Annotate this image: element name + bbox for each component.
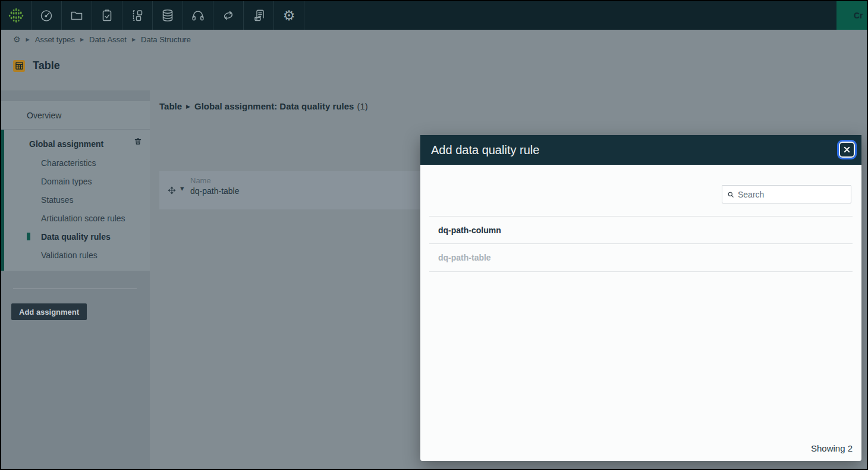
dashboard-gauge-icon[interactable] <box>32 1 62 30</box>
heading-section: Global assignment: Data quality rules <box>194 101 354 111</box>
modal-search-box <box>722 185 851 203</box>
screenshot-root: ⚙ Cr ⚙ ▶ Asset types ▶ Data Asset ▶ Data… <box>0 0 868 470</box>
support-headset-icon[interactable] <box>183 1 213 30</box>
sidebar-item-domain-types[interactable]: Domain types <box>4 172 150 190</box>
breadcrumb: ⚙ ▶ Asset types ▶ Data Asset ▶ Data Stru… <box>13 34 191 45</box>
page-title: Table <box>33 59 60 72</box>
heading-separator-icon: ▶ <box>186 104 190 109</box>
lineage-cycle-icon[interactable] <box>213 1 244 30</box>
breadcrumb-item-asset-types[interactable]: Asset types <box>35 35 75 44</box>
app-window: ⚙ Cr ⚙ ▶ Asset types ▶ Data Asset ▶ Data… <box>1 1 867 469</box>
breadcrumb-gear-icon[interactable]: ⚙ <box>13 35 21 44</box>
heading-asset-type: Table <box>159 101 182 111</box>
create-button-label: Cr <box>854 11 863 20</box>
breadcrumb-item-data-structure[interactable]: Data Structure <box>141 35 191 44</box>
page-title-row: Table <box>13 59 60 72</box>
sidebar-item-label: Articulation score rules <box>41 214 125 223</box>
top-navigation-bar: ⚙ <box>1 1 867 30</box>
sidebar-item-label: Data quality rules <box>41 232 111 242</box>
folder-browse-icon[interactable] <box>62 1 92 30</box>
sidebar-overview-label: Overview <box>27 111 61 120</box>
sidebar-item-global-assignment[interactable]: Global assignment <box>4 137 150 151</box>
create-button[interactable]: Cr <box>836 1 867 30</box>
sidebar-item-statuses[interactable]: Statuses <box>4 190 150 209</box>
search-icon <box>728 190 734 199</box>
modal-header: Add data quality rule <box>420 135 861 165</box>
breadcrumb-separator-icon: ▶ <box>26 37 30 42</box>
sidebar-item-overview[interactable]: Overview <box>1 101 150 129</box>
collibra-logo-icon[interactable] <box>1 1 32 30</box>
assets-diagram-icon[interactable] <box>122 1 153 30</box>
search-input[interactable] <box>738 190 845 199</box>
sidebar-item-label: Characteristics <box>41 158 96 168</box>
add-assignment-button[interactable]: Add assignment <box>11 303 87 320</box>
sidebar: Overview Global assignment Characteristi… <box>1 90 150 469</box>
sidebar-item-label: Validation rules <box>41 250 98 260</box>
sidebar-divider <box>13 289 137 289</box>
sidebar-item-characteristics[interactable]: Characteristics <box>4 153 150 172</box>
tasks-clipboard-icon[interactable] <box>92 1 122 30</box>
sidebar-section-title: Global assignment <box>29 139 103 149</box>
sidebar-item-label: Statuses <box>41 195 73 205</box>
sidebar-item-label: Domain types <box>41 177 92 186</box>
rule-option-label: dq-path-column <box>438 225 501 235</box>
gear-glyph: ⚙ <box>283 9 295 23</box>
settings-gear-icon[interactable]: ⚙ <box>274 1 304 30</box>
close-icon <box>844 146 850 153</box>
column-header-name: Name <box>190 176 211 185</box>
active-item-marker <box>27 233 30 240</box>
activities-scroll-icon[interactable] <box>244 1 274 30</box>
sidebar-global-assignment-section: Global assignment Characteristics Domain… <box>1 130 150 271</box>
drag-move-icon[interactable] <box>168 186 176 197</box>
rule-option-label: dq-path-table <box>438 253 491 262</box>
rule-name-value: dq-path-table <box>190 186 240 196</box>
breadcrumb-separator-icon: ▶ <box>132 37 136 42</box>
modal-title: Add data quality rule <box>431 143 539 157</box>
table-asset-type-icon <box>13 60 25 72</box>
sidebar-item-validation-rules[interactable]: Validation rules <box>4 246 150 264</box>
breadcrumb-item-data-asset[interactable]: Data Asset <box>89 35 127 44</box>
rule-option-dq-path-column[interactable]: dq-path-column <box>429 216 853 244</box>
database-icon[interactable] <box>153 1 183 30</box>
rule-option-dq-path-table: dq-path-table <box>429 244 853 272</box>
sidebar-item-data-quality-rules[interactable]: Data quality rules <box>4 227 150 246</box>
row-dropdown-caret-icon[interactable]: ▾ <box>180 184 184 193</box>
content-heading: Table ▶ Global assignment: Data quality … <box>159 101 368 111</box>
add-dq-rule-modal: Add data quality rule dq-path-column dq-… <box>420 135 861 461</box>
modal-close-button[interactable] <box>839 142 855 158</box>
rule-list: dq-path-column dq-path-table <box>429 216 853 272</box>
delete-assignment-trash-icon[interactable] <box>134 137 142 148</box>
modal-footer-count: Showing 2 <box>811 443 853 453</box>
sidebar-item-articulation-score-rules[interactable]: Articulation score rules <box>4 209 150 227</box>
breadcrumb-separator-icon: ▶ <box>80 37 84 42</box>
heading-count: (1) <box>357 101 367 111</box>
